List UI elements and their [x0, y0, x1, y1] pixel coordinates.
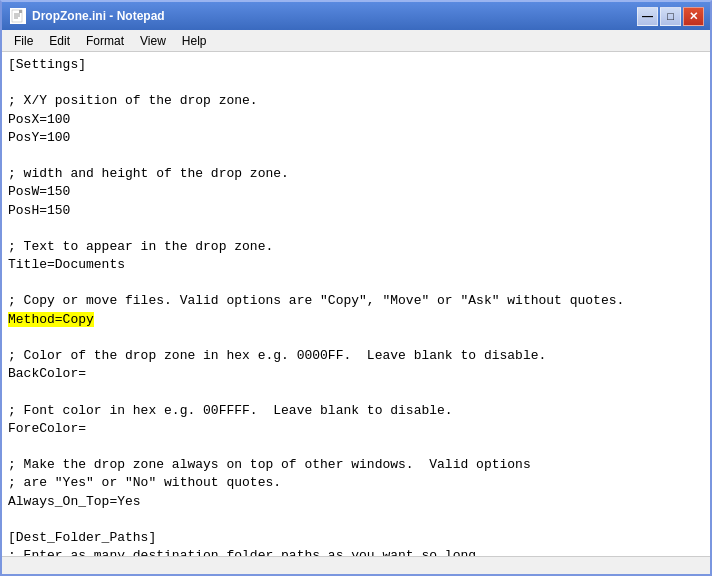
- app-icon: [10, 8, 26, 24]
- close-button[interactable]: ✕: [683, 7, 704, 26]
- menu-view[interactable]: View: [132, 32, 174, 50]
- main-window: DropZone.ini - Notepad — □ ✕ File Edit F…: [0, 0, 712, 576]
- title-bar-left: DropZone.ini - Notepad: [10, 8, 165, 24]
- menu-file[interactable]: File: [6, 32, 41, 50]
- menu-edit[interactable]: Edit: [41, 32, 78, 50]
- title-bar: DropZone.ini - Notepad — □ ✕: [2, 2, 710, 30]
- status-bar: [2, 556, 710, 574]
- window-controls: — □ ✕: [637, 7, 704, 26]
- svg-rect-1: [19, 10, 22, 13]
- menu-format[interactable]: Format: [78, 32, 132, 50]
- window-title: DropZone.ini - Notepad: [32, 9, 165, 23]
- text-editor[interactable]: [Settings] ; X/Y position of the drop zo…: [2, 52, 710, 556]
- menu-help[interactable]: Help: [174, 32, 215, 50]
- content-area: [Settings] ; X/Y position of the drop zo…: [2, 52, 710, 556]
- menu-bar: File Edit Format View Help: [2, 30, 710, 52]
- maximize-button[interactable]: □: [660, 7, 681, 26]
- minimize-button[interactable]: —: [637, 7, 658, 26]
